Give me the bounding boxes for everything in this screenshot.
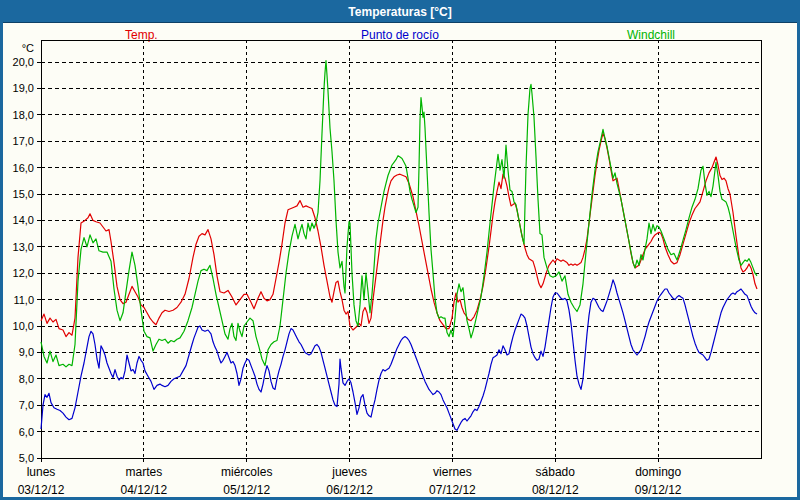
day-date-label: 03/12/12: [18, 483, 65, 497]
day-name-label: viernes: [433, 465, 472, 479]
day-date-label: 07/12/12: [429, 483, 476, 497]
y-tick-label: 6,0: [19, 426, 34, 438]
day-date-label: 08/12/12: [532, 483, 579, 497]
day-date-label: 05/12/12: [223, 483, 270, 497]
series-line-punto-de-roc-o: [41, 280, 757, 431]
day-date-label: 06/12/12: [326, 483, 373, 497]
y-tick-label: 10,0: [13, 320, 34, 332]
y-tick-label: 9,0: [19, 346, 34, 358]
y-tick-label: 16,0: [13, 162, 34, 174]
day-name-label: sábado: [536, 465, 576, 479]
y-tick-label: 11,0: [13, 294, 34, 306]
day-name-label: domingo: [635, 465, 681, 479]
y-axis-unit-label: °C: [22, 42, 34, 54]
y-tick-label: 12,0: [13, 267, 34, 279]
day-name-label: lunes: [27, 465, 56, 479]
chart-plot-area: 20,019,018,017,016,015,014,013,012,011,0…: [3, 3, 797, 497]
day-date-label: 09/12/12: [635, 483, 682, 497]
y-tick-label: 18,0: [13, 109, 34, 121]
y-tick-label: 15,0: [13, 188, 34, 200]
day-date-label: 04/12/12: [120, 483, 167, 497]
y-tick-label: 17,0: [13, 135, 34, 147]
y-tick-label: 14,0: [13, 214, 34, 226]
day-name-label: martes: [126, 465, 163, 479]
series-line-temp-: [41, 133, 757, 336]
y-tick-label: 5,0: [19, 452, 34, 464]
chart-window: Temperaturas [°C] Temp. Punto de rocío W…: [0, 0, 800, 500]
y-tick-label: 13,0: [13, 241, 34, 253]
y-tick-label: 8,0: [19, 373, 34, 385]
y-tick-label: 20,0: [13, 56, 34, 68]
day-name-label: miércoles: [221, 465, 272, 479]
y-tick-label: 7,0: [19, 399, 34, 411]
day-name-label: jueves: [331, 465, 367, 479]
y-tick-label: 19,0: [13, 82, 34, 94]
